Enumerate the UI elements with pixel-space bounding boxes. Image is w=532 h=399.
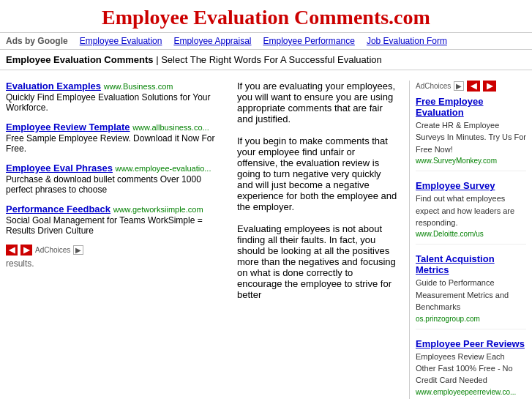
ad-item-3: Employee Eval Phrases www.employee-evalu…: [6, 163, 225, 195]
ad-navigation: ◀ ▶ AdChoices ▶: [6, 245, 225, 256]
ad-item-1: Evaluation Examples www.Business.com Qui…: [6, 81, 225, 113]
sidebar-ad-title-3[interactable]: Talent Acquistion Metrics: [416, 253, 526, 275]
sidebar-ad-url-4: www.employeepeerreview.co...: [416, 388, 526, 396]
nav-link-employee-appraisal[interactable]: Employee Appraisal: [173, 36, 251, 46]
nav-link-job-evaluation-form[interactable]: Job Evaluation Form: [367, 36, 447, 46]
sidebar-ad-2: Employee Survey Find out what employees …: [416, 180, 526, 245]
ad-title-4[interactable]: Performance Feedback: [6, 204, 110, 215]
page-title-subtitle: | Select The Right Words For A Successfu…: [156, 54, 382, 65]
sidebar-adchoices-icon: ▶: [454, 81, 464, 91]
sidebar-ad-title-1[interactable]: Free Employee Evaluation: [416, 96, 526, 118]
sidebar-ad-desc-4: Employees Review Each Other Fast 100% Fr…: [416, 352, 513, 385]
sidebar-adchoices-label: AdChoices: [416, 82, 451, 90]
sidebar-ad-title-4[interactable]: Employee Peer Reviews: [416, 338, 526, 349]
ad-desc-3: Purchase & download bullet comments Over…: [6, 174, 225, 195]
page-title-bar: Employee Evaluation Comments | Select Th…: [0, 50, 532, 70]
center-para-1: If you are evaluating your employees, yo…: [237, 81, 397, 124]
ad-desc-4: Social Goal Management for Teams WorkSim…: [6, 215, 225, 236]
ad-item-4: Performance Feedback www.getworksiimple.…: [6, 204, 225, 236]
sidebar-ad-4: Employee Peer Reviews Employees Review E…: [416, 338, 526, 399]
ad-desc-1: Quickly Find Employee Evaluation Solutio…: [6, 92, 225, 113]
sidebar-adchoices: AdChoices ▶ ◀ ▶: [416, 81, 526, 92]
sidebar-next-button[interactable]: ▶: [483, 81, 496, 92]
sidebar-ad-url-1: www.SurveyMonkey.com: [416, 157, 526, 165]
sidebar-ad-1: Free Employee Evaluation Create HR & Emp…: [416, 96, 526, 171]
center-para-3: Evaluating employees is not about findin…: [237, 223, 397, 300]
ad-title-3[interactable]: Employee Eval Phrases: [6, 163, 113, 174]
main-content: Evaluation Examples www.Business.com Qui…: [0, 75, 532, 399]
sidebar-ad-url-3: os.prinzogroup.com: [416, 315, 526, 323]
nav-bar: Ads by Google Employee Evaluation Employ…: [0, 33, 532, 50]
center-para-2: If you begin to make comments that your …: [237, 135, 397, 212]
left-column: Evaluation Examples www.Business.com Qui…: [6, 81, 225, 399]
site-header: Employee Evaluation Comments.com: [0, 0, 532, 33]
ads-by-google-label: Ads by Google: [6, 36, 68, 46]
ad-url-1: www.Business.com: [104, 82, 173, 91]
right-column: AdChoices ▶ ◀ ▶ Free Employee Evaluation…: [409, 81, 526, 399]
ad-prev-button[interactable]: ◀: [6, 245, 18, 256]
adchoices-label: AdChoices: [35, 246, 70, 254]
results-text: results.: [6, 258, 225, 269]
ad-url-4: www.getworksiimple.com: [113, 205, 203, 214]
ad-url-3: www.employee-evaluatio...: [116, 164, 211, 173]
sidebar-prev-button[interactable]: ◀: [467, 81, 480, 92]
sidebar-ad-url-2: www.Deloitte.com/us: [416, 230, 526, 238]
ad-title-2[interactable]: Employee Review Template: [6, 122, 130, 133]
nav-link-employee-performance[interactable]: Employee Performance: [263, 36, 354, 46]
sidebar-ad-desc-3: Guide to Performance Measurement Metrics…: [416, 278, 509, 311]
ad-next-button[interactable]: ▶: [20, 245, 32, 256]
ad-item-2: Employee Review Template www.allbusiness…: [6, 122, 225, 154]
sidebar-ad-title-2[interactable]: Employee Survey: [416, 180, 526, 191]
ad-desc-2: Free Sample Employee Review. Download it…: [6, 133, 225, 154]
center-column: If you are evaluating your employees, yo…: [231, 81, 403, 399]
site-title: Employee Evaluation Comments.com: [0, 6, 532, 29]
page-title-bold: Employee Evaluation Comments: [6, 54, 154, 65]
ad-url-2: www.allbusiness.co...: [132, 123, 209, 132]
sidebar-ad-desc-2: Find out what employees expect and how l…: [416, 194, 514, 227]
ad-title-1[interactable]: Evaluation Examples: [6, 81, 101, 92]
sidebar-ad-desc-1: Create HR & Employee Surveys In Minutes.…: [416, 121, 526, 154]
sidebar-ad-3: Talent Acquistion Metrics Guide to Perfo…: [416, 253, 526, 329]
nav-link-employee-evaluation[interactable]: Employee Evaluation: [80, 36, 162, 46]
adchoices-icon: ▶: [73, 245, 83, 255]
